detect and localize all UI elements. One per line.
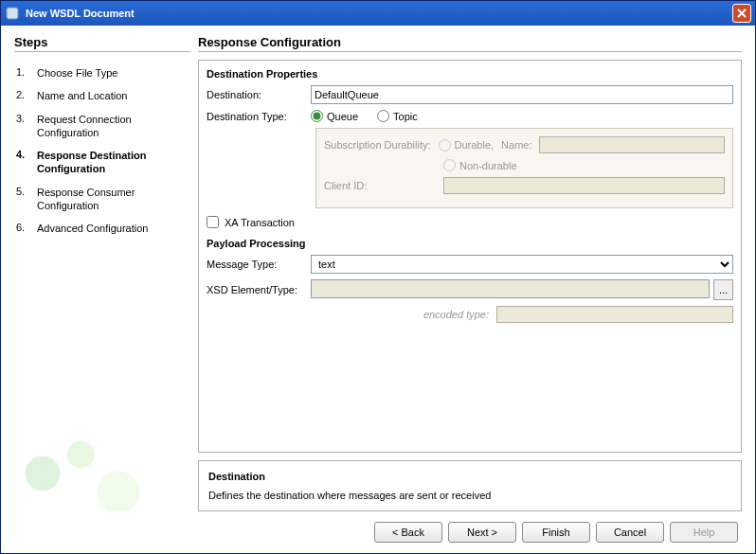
durable-radio: Durable, [439, 139, 495, 152]
cancel-button[interactable]: Cancel [596, 522, 664, 543]
topic-radio[interactable]: Topic [377, 110, 418, 122]
step-4: 4.Response Destination Configuration [14, 144, 190, 181]
main-heading: Response Configuration [198, 35, 742, 52]
nondurable-radio: Non-durable [443, 159, 517, 171]
window-title: New WSDL Document [26, 8, 732, 19]
xsd-label: XSD Element/Type: [207, 284, 311, 295]
close-icon [737, 9, 747, 18]
ellipsis-icon: ... [719, 284, 728, 295]
next-button[interactable]: Next > [448, 522, 516, 543]
durability-box: Subscription Durability: Durable, Name: … [315, 128, 733, 208]
encoded-type-label: encoded type: [423, 309, 489, 320]
payload-processing-group: Payload Processing Message Type: text XS… [207, 238, 733, 323]
back-button[interactable]: < Back [374, 522, 442, 543]
message-type-label: Message Type: [207, 259, 311, 270]
step-1: 1.Choose File Type [14, 62, 190, 84]
xa-transaction-label: XA Transaction [225, 217, 295, 228]
clientid-input [443, 177, 725, 194]
step-2: 2.Name and Location [14, 84, 190, 107]
nondurable-label: Non-durable [459, 160, 517, 171]
close-button[interactable] [732, 4, 751, 23]
xa-transaction-checkbox[interactable] [207, 216, 219, 228]
topic-radio-label: Topic [393, 111, 418, 122]
steps-sidebar: Steps 1.Choose File Type 2.Name and Loca… [14, 35, 190, 511]
xsd-browse-button[interactable]: ... [713, 279, 733, 300]
steps-heading: Steps [14, 35, 190, 52]
steps-list: 1.Choose File Type 2.Name and Location 3… [14, 62, 190, 241]
step-6: 6.Advanced Configuration [14, 217, 190, 240]
step-3: 3.Request Connection Configuration [14, 108, 190, 145]
step-label: Response Destination Configuration [37, 149, 189, 176]
subscription-durability-label: Subscription Durability: [324, 139, 431, 151]
encoded-type-input [496, 306, 733, 323]
app-icon [5, 6, 20, 21]
content-area: Destination Properties Destination: Dest… [198, 60, 742, 453]
destination-label: Destination: [207, 89, 311, 100]
description-text: Defines the destination where messages a… [208, 490, 731, 501]
titlebar: New WSDL Document [1, 1, 755, 26]
destprops-title: Destination Properties [207, 68, 733, 80]
button-bar: < Back Next > Finish Cancel Help [14, 511, 742, 553]
step-label: Response Consumer Configuration [37, 186, 189, 213]
step-5: 5.Response Consumer Configuration [14, 181, 190, 218]
xsd-input [311, 279, 710, 298]
sidebar-decoration [14, 417, 190, 511]
name-label: Name: [501, 139, 531, 151]
description-title: Destination [208, 471, 731, 482]
destination-input[interactable] [311, 85, 733, 104]
durable-name-input [539, 136, 725, 153]
payload-title: Payload Processing [207, 238, 733, 249]
description-box: Destination Defines the destination wher… [198, 460, 742, 511]
durable-label: Durable, [455, 139, 495, 151]
wizard-window: New WSDL Document Steps 1.Choose File Ty… [0, 0, 756, 554]
help-button: Help [670, 522, 738, 543]
step-label: Request Connection Configuration [37, 113, 189, 140]
main-panel: Response Configuration Destination Prope… [198, 35, 742, 511]
queue-radio[interactable]: Queue [311, 110, 358, 122]
svg-rect-0 [7, 8, 18, 19]
step-label: Name and Location [37, 89, 189, 102]
step-label: Advanced Configuration [37, 222, 189, 235]
queue-radio-label: Queue [327, 111, 358, 122]
destination-properties-group: Destination Properties Destination: Dest… [207, 68, 733, 228]
clientid-label: Client ID: [324, 180, 371, 191]
finish-button[interactable]: Finish [522, 522, 590, 543]
destination-type-label: Destination Type: [207, 111, 311, 122]
message-type-select[interactable]: text [311, 255, 733, 274]
step-label: Choose File Type [37, 66, 189, 80]
